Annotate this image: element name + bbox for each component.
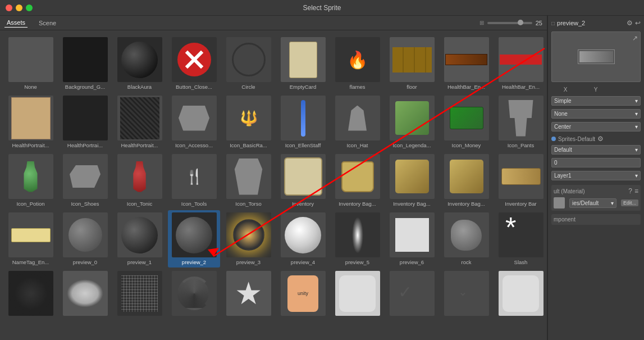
sprite-item-accessory[interactable]: Icon_Accesso... (168, 93, 220, 151)
sprite-label: rock (442, 259, 490, 265)
info-icon[interactable]: ↩ (635, 19, 641, 27)
mesh-type-dropdown[interactable]: None ▾ (551, 109, 641, 119)
default-value-input[interactable] (551, 158, 641, 167)
sprite-item-invbag3[interactable]: Inventory Bag... (440, 152, 492, 209)
down-arrow-shape: ⌄ (458, 285, 475, 302)
sprite-thumb (117, 271, 162, 316)
sprite-item-roundedrect2[interactable] (495, 269, 547, 320)
sprite-item-splat[interactable] (4, 269, 57, 320)
sprite-item-pants[interactable]: Icon_Pants (495, 93, 547, 151)
sprite-label: Icon_Money (442, 142, 490, 148)
sprite-thumb (117, 37, 162, 82)
sprite-item-slash[interactable]: Slash (495, 210, 547, 268)
maximize-button[interactable] (26, 4, 33, 11)
sprite-item-money[interactable]: Icon_Money (440, 93, 492, 151)
spiral-shape (177, 276, 211, 310)
sprite-item-portrait1[interactable]: HealthPortrait... (4, 93, 57, 151)
sprite-item-rock[interactable]: rock (440, 210, 492, 268)
health-bar-shape (445, 54, 487, 65)
sprite-item-torso[interactable]: Icon_Torso (222, 152, 275, 209)
sprite-item-pixel[interactable] (113, 269, 166, 320)
sprite-item-roundedrect1[interactable] (331, 269, 383, 320)
sprite-label: Inventory Bag... (442, 201, 490, 207)
sprite-item-emptycard[interactable]: EmptyCard (277, 35, 329, 92)
close-button[interactable] (6, 4, 12, 11)
pivot-dropdown[interactable]: Center ▾ (551, 122, 641, 132)
sprite-item-invbar[interactable]: Inventory Bar (495, 152, 547, 209)
sprite-mode-dropdown[interactable]: Simple ▾ (551, 96, 641, 106)
minimize-button[interactable] (16, 4, 22, 11)
sprite-item-preview5[interactable]: preview_5 (331, 210, 383, 268)
sprite-label: Circle (225, 84, 272, 90)
sprite-item-tonic[interactable]: Icon_Tonic (113, 152, 166, 209)
sprite-item-spiral[interactable] (168, 269, 220, 320)
sprite-item-preview2[interactable]: preview_2 (168, 210, 220, 268)
sprite-thumb (444, 96, 489, 140)
sprite-item-invbag2[interactable]: Inventory Bag... (386, 152, 438, 209)
sprite-label: flames (334, 84, 381, 90)
material-settings-icon[interactable]: ≡ (634, 187, 638, 195)
sprite-item-ellenstaff[interactable]: Icon_EllenStaff (277, 93, 329, 151)
settings-icon[interactable]: ⚙ (627, 19, 633, 27)
sprite-item-preview1[interactable]: preview_1 (113, 210, 166, 268)
material-info-icon[interactable]: ? (628, 187, 632, 195)
zoom-slider[interactable] (487, 22, 532, 24)
sprite-item-preview4[interactable]: preview_4 (277, 210, 329, 268)
sprite-item-basicra[interactable]: 🔱 Icon_BasicRa... (222, 93, 275, 151)
sprite-item-portrait2[interactable]: HealthPortrai... (59, 93, 111, 151)
inv-frame-shape (284, 157, 322, 196)
material-dropdown[interactable]: ies/Default ▾ (569, 198, 616, 208)
sprite-label: Button_Close... (170, 84, 218, 90)
tonic-shape (132, 161, 148, 192)
sprite-item-flames[interactable]: 🔥 flames (331, 35, 383, 92)
sprite-item-preview6[interactable]: preview_6 (386, 210, 438, 268)
sprite-item-inventory[interactable]: Inventory (277, 152, 329, 209)
sprite-item-healthbar2[interactable]: HealthBar_En... (495, 35, 547, 92)
sprite-thumb (444, 212, 489, 257)
expand-icon[interactable]: ↗ (632, 34, 638, 42)
sprite-item-nametag[interactable]: NameTag_En... (4, 210, 57, 268)
sprite-item-hat[interactable]: Icon_Hat (331, 93, 383, 151)
sprite-thumb (63, 271, 108, 316)
sprite-item-preview3[interactable]: preview_3 (222, 210, 275, 268)
mesh-type-label: None (554, 111, 568, 117)
sprite-label: floor (388, 84, 436, 90)
sprite-thumb (8, 212, 53, 257)
sprite-item-shoes[interactable]: Icon_Shoes (59, 152, 111, 209)
bag-shape (341, 161, 374, 192)
sprite-item-tools[interactable]: 🍴 Icon_Tools (168, 152, 220, 209)
right-header: □ preview_2 ⚙ ↩ (551, 19, 641, 27)
sprite-item-circle[interactable]: Circle (222, 35, 275, 92)
sprite-thumb: ⌄ (444, 271, 489, 316)
tab-scene[interactable]: Scene (36, 19, 58, 28)
edit-button[interactable]: Edit... (621, 200, 638, 206)
sprite-item-background[interactable]: Background_G... (59, 35, 111, 92)
sprite-item-star[interactable]: ★ (222, 269, 275, 320)
sprite-item-downarrow[interactable]: ⌄ (440, 269, 492, 320)
hat-shape (342, 106, 373, 131)
sprite-item-blackaura[interactable]: BlackAura (113, 35, 166, 92)
sprite-item-checkmark[interactable]: ✓ (386, 269, 438, 320)
sprite-item-button-close[interactable]: Button_Close... (168, 35, 220, 92)
sprite-thumb (8, 96, 53, 140)
cloud-shape (67, 279, 103, 307)
portrait-3-shape (120, 97, 159, 139)
sprite-item-healthbar1[interactable]: HealthBar_En... (440, 35, 492, 92)
component-section: mponent (551, 214, 641, 225)
sprite-item-portrait3[interactable]: HealthPortrait... (113, 93, 166, 151)
sprite-item-cloud[interactable] (59, 269, 111, 320)
grid-icon: ⊞ (479, 20, 484, 26)
layer-dropdown[interactable]: Layer1 ▾ (551, 171, 641, 180)
sprite-atlas-settings[interactable]: ⚙ (597, 135, 604, 143)
sprite-item-invbag1[interactable]: Inventory Bag... (331, 152, 383, 209)
tab-assets[interactable]: Assets (4, 18, 28, 28)
tools-shape: 🍴 (185, 168, 203, 185)
default-dropdown[interactable]: Default ▾ (551, 145, 641, 155)
sprite-item-none[interactable]: None (4, 35, 57, 92)
sprite-item-preview0[interactable]: preview_0 (59, 210, 111, 268)
sprite-item-potion[interactable]: Icon_Potion (4, 152, 57, 209)
sprite-label: Icon_Hat (334, 142, 381, 148)
sprite-item-floor[interactable]: floor (386, 35, 438, 92)
sprite-item-unity-char[interactable]: unity (277, 269, 329, 320)
sprite-item-legendary[interactable]: Icon_Legenda... (386, 93, 438, 151)
